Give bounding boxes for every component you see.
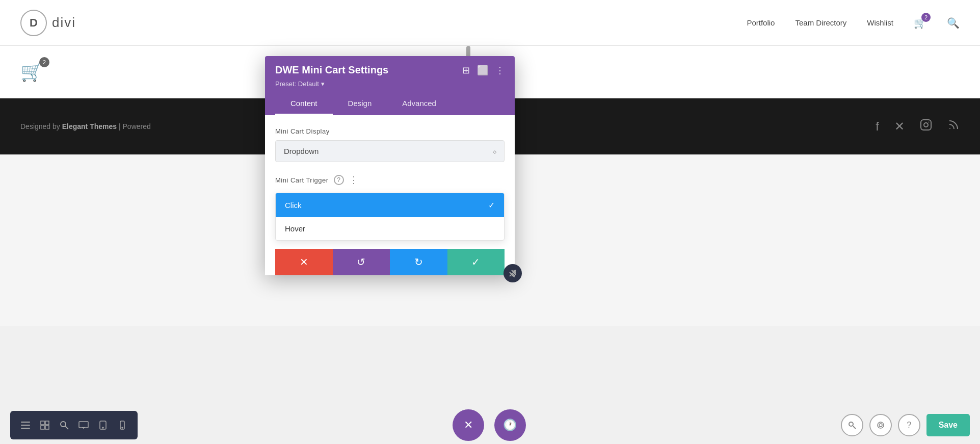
toolbar-center: ✕ 🕐 (453, 409, 526, 441)
svg-point-2 (929, 122, 930, 123)
footer-text: Designed by Elegant Themes | Powered (20, 122, 151, 131)
svg-point-26 (879, 424, 882, 427)
social-icons: f ✕ (876, 119, 960, 134)
svg-point-20 (102, 427, 103, 428)
svg-point-23 (849, 422, 853, 426)
nav-link-team-directory[interactable]: Team Directory (795, 18, 846, 27)
toolbar-left (10, 411, 138, 439)
svg-rect-0 (921, 120, 931, 130)
trigger-option-click-label: Click (285, 201, 302, 210)
mini-cart-display-select[interactable]: Dropdown Sidebar Left Sidebar Right (275, 140, 505, 162)
mini-cart-trigger-label: Mini Cart Trigger (275, 176, 329, 184)
panel-header: DWE Mini Cart Settings ⊞ ⬜ ⋮ Preset: Def… (265, 56, 515, 115)
svg-line-15 (65, 426, 68, 429)
panel-redo-button[interactable]: ↻ (390, 249, 447, 275)
toolbar-right-help-button[interactable]: ? (898, 414, 920, 436)
panel-confirm-button[interactable]: ✓ (447, 249, 505, 275)
trigger-dropdown: Click ✓ Hover (275, 193, 505, 241)
svg-point-3 (949, 128, 950, 129)
confirm-icon: ✓ (471, 256, 480, 268)
svg-point-1 (924, 123, 928, 127)
svg-point-25 (878, 422, 884, 428)
toolbar-right-search-button[interactable] (841, 414, 863, 436)
cart-icon-nav[interactable]: 🛒 2 (914, 17, 926, 29)
toolbar-mobile-button[interactable] (113, 416, 131, 434)
mini-cart-display-label: Mini Cart Display (275, 127, 505, 135)
save-button[interactable]: Save (926, 414, 970, 436)
svg-rect-8 (21, 425, 30, 426)
panel-cancel-button[interactable]: ✕ (275, 249, 333, 275)
logo-circle: D (20, 10, 47, 36)
svg-point-14 (61, 422, 66, 427)
search-icon-nav[interactable]: 🔍 (947, 17, 960, 29)
settings-panel: DWE Mini Cart Settings ⊞ ⬜ ⋮ Preset: Def… (265, 56, 515, 275)
check-icon: ✓ (488, 200, 495, 210)
toolbar-right-layers-button[interactable] (869, 414, 892, 436)
panel-tabs: Content Design Advanced (275, 93, 505, 115)
top-navigation: D divi Portfolio Team Directory Wishlist… (0, 0, 980, 46)
tab-design[interactable]: Design (333, 93, 387, 115)
nav-link-wishlist[interactable]: Wishlist (867, 18, 893, 27)
svg-rect-11 (45, 421, 49, 425)
panel-title-row: DWE Mini Cart Settings ⊞ ⬜ ⋮ (275, 64, 505, 76)
trigger-option-hover-label: Hover (285, 224, 305, 233)
toolbar-tablet-button[interactable] (94, 416, 112, 434)
trigger-row: Mini Cart Trigger ? ⋮ (275, 174, 505, 186)
panel-split-icon[interactable]: ⬜ (477, 65, 488, 76)
svg-rect-10 (41, 421, 44, 425)
toolbar-desktop-button[interactable] (74, 416, 93, 434)
logo-area[interactable]: D divi (20, 10, 76, 36)
svg-rect-12 (41, 426, 44, 429)
trigger-more-icon[interactable]: ⋮ (349, 174, 359, 186)
panel-actions: ✕ ↺ ↻ ✓ (275, 249, 505, 275)
panel-body: Mini Cart Display Dropdown Sidebar Left … (265, 115, 515, 275)
logo-letter: D (30, 16, 38, 30)
mini-cart-display-select-wrapper: Dropdown Sidebar Left Sidebar Right ⬦ (275, 140, 505, 162)
help-icon: ? (907, 421, 911, 430)
panel-fullscreen-icon[interactable]: ⊞ (462, 65, 470, 76)
bottom-toolbar: ✕ 🕐 ? Save (0, 406, 980, 444)
main-content: 🛒 2 Designed by Elegant Themes | Powered… (0, 46, 980, 326)
toolbar-layers-button[interactable] (36, 416, 54, 434)
redo-icon: ↻ (414, 256, 423, 268)
svg-point-22 (122, 427, 123, 428)
toolbar-search-button[interactable] (55, 416, 73, 434)
center-cancel-icon: ✕ (464, 419, 473, 432)
facebook-icon[interactable]: f (876, 119, 879, 134)
trigger-help-icon[interactable]: ? (334, 175, 344, 185)
svg-rect-16 (79, 422, 88, 428)
tab-content[interactable]: Content (275, 93, 333, 115)
svg-line-24 (853, 426, 856, 429)
center-history-icon: 🕐 (503, 419, 517, 432)
center-cancel-button[interactable]: ✕ (453, 409, 484, 441)
trigger-option-click[interactable]: Click ✓ (276, 193, 504, 217)
svg-rect-13 (45, 426, 49, 429)
panel-header-icons: ⊞ ⬜ ⋮ (462, 65, 505, 76)
nav-link-portfolio[interactable]: Portfolio (747, 18, 775, 27)
panel-title: DWE Mini Cart Settings (275, 64, 388, 76)
panel-undo-button[interactable]: ↺ (333, 249, 390, 275)
undo-icon: ↺ (357, 256, 365, 268)
footer-company: Elegant Themes (62, 122, 117, 130)
trigger-option-hover[interactable]: Hover (276, 217, 504, 240)
resize-handle[interactable] (504, 264, 522, 282)
panel-preset[interactable]: Preset: Default ▾ (275, 80, 505, 88)
cancel-icon: ✕ (300, 256, 308, 268)
logo-text: divi (52, 15, 76, 31)
tab-advanced[interactable]: Advanced (387, 93, 452, 115)
cart-icon-large: 🛒 2 (20, 61, 43, 83)
cart-badge: 2 (921, 13, 931, 22)
svg-rect-9 (21, 428, 30, 429)
instagram-icon[interactable] (920, 119, 932, 134)
panel-more-icon[interactable]: ⋮ (495, 65, 505, 76)
toolbar-menu-button[interactable] (16, 416, 35, 434)
cart-count-badge: 2 (39, 57, 49, 67)
twitter-x-icon[interactable]: ✕ (894, 119, 905, 134)
center-history-button[interactable]: 🕐 (494, 409, 526, 441)
toolbar-right: ? Save (841, 414, 970, 436)
footer-designed-label: Designed by Elegant Themes | Powered (20, 122, 151, 130)
svg-rect-7 (21, 422, 30, 423)
rss-icon[interactable] (947, 119, 960, 134)
nav-links: Portfolio Team Directory Wishlist 🛒 2 🔍 (747, 17, 960, 29)
